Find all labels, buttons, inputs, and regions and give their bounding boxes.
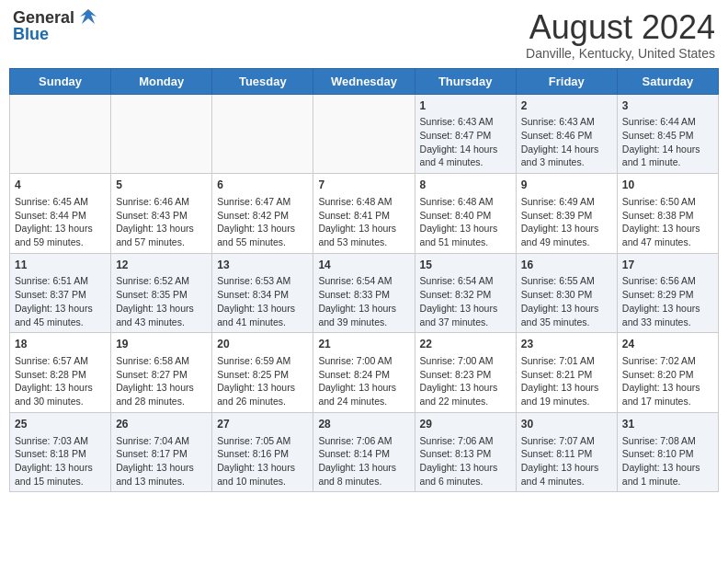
- calendar-week-5: 25Sunrise: 7:03 AMSunset: 8:18 PMDayligh…: [10, 412, 719, 492]
- day-number: 4: [15, 178, 106, 193]
- calendar-cell: 16Sunrise: 6:55 AMSunset: 8:30 PMDayligh…: [516, 253, 617, 333]
- day-info: Daylight: 13 hours and 53 minutes.: [318, 222, 409, 248]
- calendar-cell: 21Sunrise: 7:00 AMSunset: 8:24 PMDayligh…: [313, 333, 415, 413]
- day-info: Sunrise: 7:06 AM: [420, 434, 511, 448]
- day-info: Daylight: 13 hours and 35 minutes.: [521, 302, 612, 328]
- page-title: August 2024: [526, 9, 715, 46]
- day-info: Sunrise: 7:04 AM: [116, 434, 207, 448]
- calendar-cell: 3Sunrise: 6:44 AMSunset: 8:45 PMDaylight…: [617, 94, 718, 174]
- weekday-header-tuesday: Tuesday: [212, 68, 313, 94]
- day-info: Sunset: 8:40 PM: [420, 209, 511, 223]
- day-info: Daylight: 13 hours and 17 minutes.: [622, 381, 713, 408]
- calendar-week-2: 4Sunrise: 6:45 AMSunset: 8:44 PMDaylight…: [10, 174, 719, 254]
- day-info: Sunset: 8:47 PM: [420, 129, 511, 143]
- day-info: Sunset: 8:46 PM: [521, 129, 612, 143]
- calendar-week-3: 11Sunrise: 6:51 AMSunset: 8:37 PMDayligh…: [10, 253, 719, 333]
- day-info: Sunrise: 6:48 AM: [420, 195, 511, 209]
- calendar-cell: 30Sunrise: 7:07 AMSunset: 8:11 PMDayligh…: [516, 412, 617, 492]
- day-info: Sunrise: 7:05 AM: [217, 434, 308, 448]
- day-info: Sunrise: 6:49 AM: [521, 195, 612, 209]
- day-info: Sunset: 8:32 PM: [420, 288, 511, 302]
- calendar-cell: 27Sunrise: 7:05 AMSunset: 8:16 PMDayligh…: [212, 412, 313, 492]
- day-info: Sunset: 8:34 PM: [217, 288, 308, 302]
- svg-marker-0: [80, 9, 97, 24]
- day-number: 20: [217, 337, 308, 352]
- day-number: 12: [116, 258, 207, 273]
- day-number: 28: [318, 417, 409, 432]
- day-info: Sunrise: 6:45 AM: [15, 195, 106, 209]
- day-info: Sunset: 8:42 PM: [217, 209, 308, 223]
- calendar-cell: 25Sunrise: 7:03 AMSunset: 8:18 PMDayligh…: [10, 412, 111, 492]
- calendar-cell: [111, 94, 212, 174]
- calendar-cell: 10Sunrise: 6:50 AMSunset: 8:38 PMDayligh…: [617, 174, 718, 254]
- day-number: 8: [420, 178, 511, 193]
- day-info: Sunrise: 6:55 AM: [521, 274, 612, 288]
- day-info: Sunrise: 7:06 AM: [318, 434, 409, 448]
- calendar-cell: 5Sunrise: 6:46 AMSunset: 8:43 PMDaylight…: [111, 174, 212, 254]
- day-info: Sunrise: 6:50 AM: [622, 195, 713, 209]
- calendar-cell: 26Sunrise: 7:04 AMSunset: 8:17 PMDayligh…: [111, 412, 212, 492]
- calendar-cell: 29Sunrise: 7:06 AMSunset: 8:13 PMDayligh…: [415, 412, 516, 492]
- day-info: Sunset: 8:35 PM: [116, 288, 207, 302]
- day-info: Daylight: 13 hours and 51 minutes.: [420, 222, 511, 248]
- day-info: Sunrise: 6:54 AM: [420, 274, 511, 288]
- day-info: Daylight: 13 hours and 8 minutes.: [318, 461, 409, 488]
- calendar-cell: 7Sunrise: 6:48 AMSunset: 8:41 PMDaylight…: [313, 174, 415, 254]
- weekday-header-friday: Friday: [516, 68, 617, 94]
- day-info: Daylight: 13 hours and 59 minutes.: [15, 222, 106, 248]
- day-info: Sunset: 8:10 PM: [622, 447, 713, 461]
- calendar-cell: 31Sunrise: 7:08 AMSunset: 8:10 PMDayligh…: [617, 412, 718, 492]
- calendar-cell: 19Sunrise: 6:58 AMSunset: 8:27 PMDayligh…: [111, 333, 212, 413]
- weekday-header-thursday: Thursday: [415, 68, 516, 94]
- day-number: 19: [116, 337, 207, 352]
- day-info: Sunset: 8:38 PM: [622, 209, 713, 223]
- day-info: Daylight: 14 hours and 4 minutes.: [420, 143, 511, 169]
- day-info: Sunrise: 7:07 AM: [521, 434, 612, 448]
- logo: General Blue: [13, 9, 98, 44]
- calendar-cell: [313, 94, 415, 174]
- calendar-cell: 20Sunrise: 6:59 AMSunset: 8:25 PMDayligh…: [212, 333, 313, 413]
- day-info: Sunrise: 6:51 AM: [15, 274, 106, 288]
- day-info: Daylight: 13 hours and 49 minutes.: [521, 222, 612, 248]
- day-info: Sunrise: 7:01 AM: [521, 354, 612, 368]
- calendar-cell: 13Sunrise: 6:53 AMSunset: 8:34 PMDayligh…: [212, 253, 313, 333]
- day-info: Sunset: 8:17 PM: [116, 447, 207, 461]
- day-number: 23: [521, 337, 612, 352]
- page-header: General Blue August 2024 Danville, Kentu…: [9, 9, 719, 61]
- calendar-cell: 1Sunrise: 6:43 AMSunset: 8:47 PMDaylight…: [415, 94, 516, 174]
- day-info: Sunset: 8:24 PM: [318, 368, 409, 382]
- day-info: Sunrise: 7:08 AM: [622, 434, 713, 448]
- day-info: Sunset: 8:37 PM: [15, 288, 106, 302]
- day-info: Sunrise: 6:52 AM: [116, 274, 207, 288]
- day-info: Sunrise: 6:48 AM: [318, 195, 409, 209]
- day-info: Sunrise: 6:53 AM: [217, 274, 308, 288]
- day-number: 13: [217, 258, 308, 273]
- day-info: Sunrise: 6:54 AM: [318, 274, 409, 288]
- day-info: Daylight: 13 hours and 57 minutes.: [116, 222, 207, 248]
- day-number: 1: [420, 98, 511, 114]
- day-info: Sunrise: 6:46 AM: [116, 195, 207, 209]
- day-info: Sunset: 8:39 PM: [521, 209, 612, 223]
- day-info: Sunset: 8:13 PM: [420, 447, 511, 461]
- day-number: 27: [217, 417, 308, 432]
- calendar-cell: 9Sunrise: 6:49 AMSunset: 8:39 PMDaylight…: [516, 174, 617, 254]
- page-subtitle: Danville, Kentucky, United States: [526, 46, 715, 61]
- calendar-cell: 18Sunrise: 6:57 AMSunset: 8:28 PMDayligh…: [10, 333, 111, 413]
- day-info: Daylight: 13 hours and 47 minutes.: [622, 222, 713, 248]
- day-info: Sunrise: 6:57 AM: [15, 354, 106, 368]
- day-info: Daylight: 13 hours and 15 minutes.: [15, 461, 106, 488]
- day-number: 17: [622, 258, 713, 273]
- day-number: 22: [420, 337, 511, 352]
- calendar-cell: 23Sunrise: 7:01 AMSunset: 8:21 PMDayligh…: [516, 333, 617, 413]
- day-info: Sunrise: 6:58 AM: [116, 354, 207, 368]
- calendar-cell: 2Sunrise: 6:43 AMSunset: 8:46 PMDaylight…: [516, 94, 617, 174]
- day-info: Sunset: 8:18 PM: [15, 447, 106, 461]
- day-number: 21: [318, 337, 409, 352]
- day-info: Daylight: 13 hours and 24 minutes.: [318, 381, 409, 408]
- calendar-cell: [10, 94, 111, 174]
- day-info: Daylight: 13 hours and 39 minutes.: [318, 302, 409, 328]
- calendar-cell: 6Sunrise: 6:47 AMSunset: 8:42 PMDaylight…: [212, 174, 313, 254]
- weekday-header-sunday: Sunday: [10, 68, 111, 94]
- day-info: Sunset: 8:28 PM: [15, 368, 106, 382]
- day-info: Sunrise: 7:03 AM: [15, 434, 106, 448]
